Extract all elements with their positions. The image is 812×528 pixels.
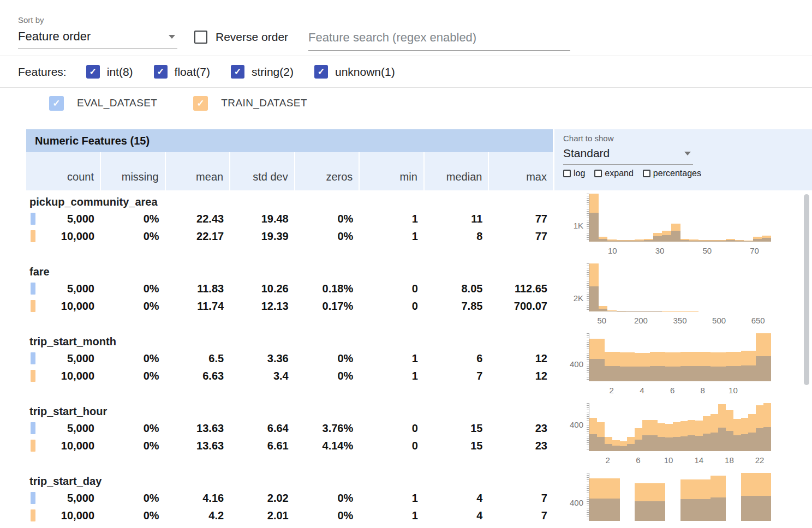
stat-cell: 0% <box>100 370 165 382</box>
eval-stats-row: 5,0000%13.636.643.76%01523 <box>26 419 553 437</box>
eval-stats-row: 5,0000%22.4319.480%11177 <box>26 210 553 227</box>
stat-cell: 15 <box>423 440 488 452</box>
chart-toggle-label: log <box>574 169 585 178</box>
chart-toggle-label: expand <box>605 169 634 178</box>
feature-row: trip_start_day5,0000%4.162.020%14710,000… <box>26 470 812 528</box>
eval-bar <box>680 499 696 521</box>
feature-histogram[interactable]: 2K50200350500650 <box>553 260 812 330</box>
histogram-bin <box>612 403 620 451</box>
eval-bar <box>589 359 605 381</box>
histogram-bin <box>762 263 771 311</box>
histogram-bin <box>620 333 635 381</box>
dataset-checkbox[interactable]: ✓TRAIN_DATASET <box>193 96 307 111</box>
eval-bar <box>710 433 718 451</box>
x-axis-tick-label: 500 <box>712 316 726 325</box>
y-axis-tick-label: 400 <box>570 420 583 429</box>
histogram-x-axis <box>589 521 771 528</box>
feature-histogram[interactable]: 4002610141822 <box>553 400 812 470</box>
eval-bar <box>695 436 703 451</box>
feature-stats: trip_start_day5,0000%4.162.020%14710,000… <box>26 470 553 528</box>
eval-bar <box>650 366 665 381</box>
histogram-bin <box>650 333 665 381</box>
feature-type-filter-bar: Features: ✓int(8)✓float(7)✓string(2)✓unk… <box>0 56 812 88</box>
eval-bar <box>695 366 710 381</box>
eval-bar <box>710 497 726 521</box>
features-label: Features: <box>18 65 67 79</box>
histogram-bin <box>671 194 680 242</box>
feature-type-checkbox[interactable]: ✓float(7) <box>154 65 210 79</box>
stat-cell: 0.18% <box>294 283 359 295</box>
feature-name: pickup_community_area <box>26 194 553 210</box>
histogram-bin <box>627 403 635 451</box>
feature-histogram[interactable]: 400246810 <box>553 330 812 400</box>
stat-cell: 13.63 <box>165 422 230 435</box>
eval-bar <box>662 235 671 242</box>
x-axis-tick-label: 2 <box>606 455 610 465</box>
chart-toggle-expand[interactable]: expand <box>594 169 634 178</box>
histogram-bin <box>626 263 635 311</box>
stat-cell: 5,000 <box>26 213 100 225</box>
chart-toggle-log[interactable]: log <box>563 169 585 178</box>
eval-bar <box>741 365 756 381</box>
eval-bar <box>612 446 620 451</box>
histogram-bin <box>589 333 605 381</box>
chart-toggle-label: percentages <box>653 169 701 178</box>
feature-type-checkbox[interactable]: ✓string(2) <box>231 65 294 79</box>
column-header-max: max <box>488 152 553 190</box>
histogram-bin <box>671 263 680 311</box>
chevron-down-icon <box>169 35 175 39</box>
vertical-scrollbar[interactable] <box>804 194 809 385</box>
feature-stats: pickup_community_area5,0000%22.4319.480%… <box>26 190 553 260</box>
checkbox-unchecked-icon <box>594 170 602 177</box>
feature-histogram[interactable]: 1K10305070 <box>553 190 812 260</box>
y-axis-tick-label: 400 <box>570 497 583 507</box>
histogram-bin <box>589 263 599 311</box>
sort-by-select[interactable]: Feature order <box>18 29 177 49</box>
chevron-down-icon <box>684 152 691 155</box>
eval-bar <box>589 499 605 521</box>
stat-cell: 13.63 <box>165 440 230 452</box>
histogram-y-axis: 400 <box>553 403 589 451</box>
histogram-bin <box>744 194 753 242</box>
histogram-plot-column: 2610141822 <box>589 403 771 470</box>
stat-cell: 7 <box>488 492 553 505</box>
histogram-bin <box>599 263 608 311</box>
column-header-mean: mean <box>165 152 230 190</box>
sort-by-label: Sort by <box>18 15 44 25</box>
stat-cell: 23 <box>488 422 553 435</box>
histogram-bin <box>620 403 628 451</box>
toolbar: Sort by Feature order Reverse order <box>0 0 812 56</box>
feature-type-checkbox[interactable]: ✓unknown(1) <box>314 65 395 79</box>
stat-cell: 8.05 <box>423 283 488 295</box>
feature-histogram[interactable]: 400 <box>553 470 812 528</box>
x-axis-tick-label: 10 <box>664 455 673 465</box>
histogram-bin <box>717 194 726 242</box>
histogram-bin <box>717 263 726 311</box>
eval-dataset-swatch <box>31 283 35 295</box>
eval-bar <box>635 367 650 381</box>
eval-stats-row: 5,0000%4.162.020%147 <box>26 489 553 507</box>
histogram-bin <box>589 403 597 451</box>
y-axis-tick-label: 2K <box>574 293 583 302</box>
column-header-median: median <box>423 152 488 190</box>
eval-bar <box>665 437 673 451</box>
histogram-plot <box>589 473 771 521</box>
chart-type-select[interactable]: Standard <box>563 143 693 165</box>
eval-bar <box>680 366 696 381</box>
histogram-bin <box>753 263 762 311</box>
x-axis-tick-label: 6 <box>636 455 640 465</box>
feature-type-checkbox[interactable]: ✓int(8) <box>86 65 133 79</box>
train-dataset-swatch <box>31 230 35 242</box>
feature-search-input[interactable] <box>308 28 570 51</box>
checkbox-checked-icon: ✓ <box>193 96 208 111</box>
stat-cell: 12 <box>488 352 553 365</box>
chart-toggle-percentages[interactable]: percentages <box>643 169 701 178</box>
histogram-bin <box>741 403 749 451</box>
feature-name: trip_start_day <box>26 473 553 489</box>
feature-type-label: string(2) <box>252 65 294 79</box>
stat-cell: 4.16 <box>165 492 230 505</box>
histogram-bin <box>617 263 626 311</box>
histogram-bin <box>650 473 665 521</box>
reverse-order-checkbox[interactable]: Reverse order <box>194 31 288 44</box>
dataset-checkbox[interactable]: ✓EVAL_DATASET <box>49 96 157 111</box>
